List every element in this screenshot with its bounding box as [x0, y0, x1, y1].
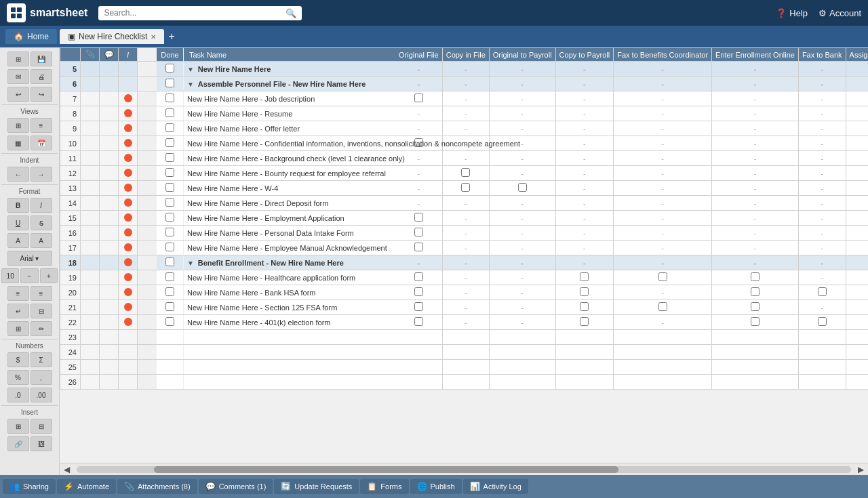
toolbar-link[interactable]: 🔗	[7, 436, 29, 451]
row-task-cell[interactable]: New Hire Name Here - Healthcare applicat…	[183, 270, 414, 285]
toolbar-btn-gantt-view[interactable]: ≡	[31, 118, 52, 133]
toolbar-sigma[interactable]: Σ	[31, 352, 52, 367]
row-checkbox[interactable]	[414, 94, 423, 102]
row-checkbox[interactable]	[658, 272, 667, 281]
tab-home[interactable]: 🏠 Home	[5, 29, 57, 44]
row-done-cell[interactable]	[156, 91, 183, 106]
row-done-cell[interactable]	[156, 166, 183, 181]
toolbar-comma[interactable]: ,	[31, 370, 52, 385]
toolbar-dec-down[interactable]: .0	[7, 388, 29, 402]
row-done-cell[interactable]	[156, 315, 183, 330]
data-cell-4[interactable]	[614, 300, 712, 315]
row-task-cell[interactable]: New Hire Name Here - Background check (l…	[183, 151, 414, 166]
data-cell-1[interactable]	[442, 166, 489, 181]
row-checkbox[interactable]	[580, 317, 589, 326]
done-checkbox[interactable]	[165, 64, 174, 72]
done-checkbox[interactable]	[165, 257, 174, 266]
row-done-cell[interactable]	[156, 241, 183, 255]
expand-icon[interactable]: ▼	[187, 66, 196, 73]
data-cell-1[interactable]	[442, 181, 489, 196]
row-done-cell[interactable]	[156, 62, 183, 77]
row-checkbox[interactable]	[414, 272, 423, 281]
done-checkbox[interactable]	[165, 79, 174, 87]
data-cell-3[interactable]	[555, 300, 614, 315]
bottom-tab-sharing[interactable]: 👥Sharing	[3, 479, 56, 494]
tab-close-icon[interactable]: ✕	[151, 33, 156, 41]
account-link[interactable]: ⚙ Account	[818, 8, 861, 18]
help-link[interactable]: ❓ Help	[776, 8, 808, 18]
row-done-cell[interactable]	[156, 211, 183, 226]
row-done-cell[interactable]	[156, 151, 183, 166]
row-task-cell[interactable]: New Hire Name Here - Bounty request for …	[183, 166, 414, 181]
bottom-tab-comments-1[interactable]: 💬Comments (1)	[199, 479, 273, 494]
row-done-cell[interactable]	[156, 300, 183, 315]
row-task-cell[interactable]: ▼ Assemble Personnel File - New Hire Nam…	[183, 77, 414, 91]
row-done-cell[interactable]	[156, 106, 183, 121]
toolbar-wrap[interactable]: ↵	[7, 304, 29, 318]
sheet-container[interactable]: 📎 💬 I Done Task Name Original File Copy …	[60, 47, 868, 463]
toolbar-btn-indent-right[interactable]: →	[31, 167, 52, 182]
scroll-track[interactable]	[77, 466, 851, 473]
row-task-cell[interactable]: ▼ Benefit Enrollment - New Hire Name Her…	[183, 255, 414, 270]
done-checkbox[interactable]	[165, 108, 174, 117]
row-checkbox[interactable]	[818, 317, 827, 326]
bottom-tab-activity-log[interactable]: 📊Activity Log	[463, 479, 528, 494]
bottom-tab-attachments-8[interactable]: 📎Attachments (8)	[117, 479, 197, 494]
row-task-cell[interactable]: New Hire Name Here - Resume	[183, 106, 414, 121]
done-checkbox[interactable]	[165, 287, 174, 296]
row-checkbox[interactable]	[580, 287, 589, 296]
row-checkbox[interactable]	[580, 302, 589, 311]
row-done-cell[interactable]	[156, 77, 183, 91]
row-task-cell[interactable]: New Hire Name Here - Bank HSA form	[183, 285, 414, 300]
row-task-cell[interactable]: New Hire Name Here - Job description	[183, 91, 414, 106]
done-checkbox[interactable]	[165, 213, 174, 222]
scroll-thumb[interactable]	[154, 466, 618, 473]
toolbar-insert2[interactable]: ⊟	[31, 419, 52, 434]
row-checkbox[interactable]	[658, 302, 667, 311]
row-task-cell[interactable]: New Hire Name Here - 401(k) election for…	[183, 315, 414, 330]
scroll-left-btn[interactable]: ◀	[60, 465, 74, 474]
toolbar-btn-grid-view[interactable]: ⊞	[7, 118, 29, 133]
toolbar-percent[interactable]: %	[7, 370, 29, 385]
row-checkbox[interactable]	[818, 287, 827, 296]
row-checkbox[interactable]	[518, 183, 527, 192]
toolbar-insert1[interactable]: ⊞	[7, 419, 29, 434]
row-checkbox[interactable]	[414, 243, 423, 251]
data-cell-6[interactable]	[798, 285, 846, 300]
toolbar-btn-print[interactable]: 🖨	[31, 69, 52, 84]
data-cell-5[interactable]	[712, 315, 799, 330]
row-done-cell[interactable]	[156, 285, 183, 300]
data-cell-3[interactable]	[555, 270, 614, 285]
tab-sheet[interactable]: ▣ New Hire Checklist ✕	[60, 29, 164, 44]
bottom-tab-update-requests[interactable]: 🔄Update Requests	[274, 479, 359, 494]
toolbar-btn-card-view[interactable]: ▦	[7, 136, 29, 150]
done-checkbox[interactable]	[165, 123, 174, 132]
toolbar-btn-indent-left[interactable]: ←	[7, 167, 29, 182]
row-checkbox[interactable]	[580, 272, 589, 281]
row-task-cell[interactable]: New Hire Name Here - W-4	[183, 181, 414, 196]
data-cell-5[interactable]	[712, 285, 799, 300]
row-task-cell[interactable]: New Hire Name Here - Section 125 FSA for…	[183, 300, 414, 315]
row-done-cell[interactable]	[156, 181, 183, 196]
bottom-tab-forms[interactable]: 📋Forms	[360, 479, 408, 494]
search-bar[interactable]: 🔍	[98, 6, 302, 20]
toolbar-table[interactable]: ⊞	[7, 321, 29, 336]
data-cell-5[interactable]	[712, 300, 799, 315]
data-cell-3[interactable]	[555, 285, 614, 300]
bottom-tab-automate[interactable]: ⚡Automate	[57, 479, 116, 494]
row-done-cell[interactable]	[156, 255, 183, 270]
row-checkbox[interactable]	[751, 272, 760, 281]
toolbar-btn-italic[interactable]: I	[31, 198, 52, 213]
row-checkbox[interactable]	[461, 168, 470, 177]
row-checkbox[interactable]	[414, 287, 423, 296]
toolbar-align-center[interactable]: ≡	[31, 286, 52, 301]
row-task-cell[interactable]: New Hire Name Here - Offer letter	[183, 121, 414, 136]
bottom-tab-publish[interactable]: 🌐Publish	[410, 479, 462, 494]
toolbar-align-left[interactable]: ≡	[7, 286, 29, 301]
done-checkbox[interactable]	[165, 243, 174, 251]
row-done-cell[interactable]	[156, 196, 183, 211]
toolbar-font-selector[interactable]: Arial ▾	[7, 251, 52, 266]
row-task-cell[interactable]: New Hire Name Here - Confidential inform…	[183, 136, 414, 151]
done-checkbox[interactable]	[165, 198, 174, 207]
row-checkbox[interactable]	[414, 302, 423, 311]
